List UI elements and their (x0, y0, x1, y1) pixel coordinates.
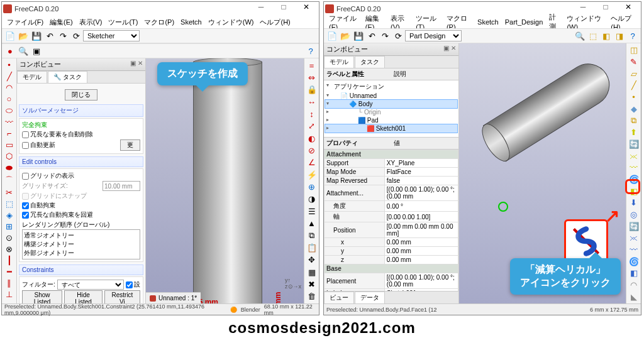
tab-task[interactable]: タスク (355, 56, 385, 68)
delete-const-icon[interactable]: 🗑 (306, 291, 318, 302)
section-icon[interactable]: ▣ (30, 45, 43, 57)
undo-icon[interactable]: ↶ (365, 30, 378, 42)
val-support[interactable]: XY_Plane (384, 159, 458, 168)
stop-icon[interactable]: ● (4, 45, 16, 57)
menu-tool[interactable]: ツール(T) (106, 17, 140, 28)
menu-window[interactable]: ウィンドウ(W) (206, 17, 257, 28)
render-construct[interactable]: 構築ジオメトリー (24, 240, 138, 249)
tree-doc[interactable]: 📄 Unnamed (325, 92, 457, 100)
revolution-icon[interactable]: 🔄 (628, 139, 640, 150)
new-icon[interactable]: 📄 (326, 30, 338, 42)
tab-view-bottom[interactable]: ビュー (324, 292, 354, 303)
tree-body[interactable]: 🔷 Body (325, 100, 457, 108)
open-icon[interactable]: 📂 (17, 30, 30, 42)
dock-controls[interactable]: ▣ ✕ (443, 45, 456, 54)
polygon-icon[interactable]: ⬡ (3, 151, 16, 161)
tree-app[interactable]: アプリケーション (325, 82, 457, 92)
sub-prim-icon[interactable]: ◧ (628, 268, 640, 279)
auto-constraint-checkbox[interactable]: 自動拘束 (22, 201, 140, 210)
cube-icon[interactable]: ◧ (600, 30, 613, 42)
grid-snap-checkbox[interactable]: グリッドにスナップ (22, 192, 140, 200)
internal-icon[interactable]: ⊕ (306, 181, 318, 192)
perp-icon[interactable]: ⊥ (3, 289, 16, 300)
new-icon[interactable]: 📄 (4, 30, 16, 42)
auto-remove-redundant-checkbox[interactable]: 冗長な要素を自動削除 (22, 130, 140, 139)
doc-tab[interactable]: Unnamed : 1* (146, 292, 201, 303)
fillet-icon[interactable]: ⌒ (3, 174, 16, 187)
loft-icon[interactable]: ⩙ (628, 150, 640, 161)
radius-icon[interactable]: ◐ (306, 133, 318, 144)
redo-icon[interactable]: ↷ (379, 30, 391, 42)
shapebinder-icon[interactable]: ◆ (628, 103, 640, 114)
minimize-button[interactable]: ─ (250, 3, 272, 15)
nav-style-icon[interactable]: 🟠 (230, 307, 237, 313)
maximize-button[interactable]: □ (272, 3, 295, 15)
val-attach[interactable]: [(0.00 0.00 1.00); 0.00 °; (0.00 mm (384, 185, 458, 201)
update-button[interactable]: 更 (120, 139, 140, 151)
val-placement[interactable]: [(0.00 0.00 1.00); 0.00 °; (0.00 mm (384, 273, 458, 289)
iso-icon[interactable]: ◨ (613, 30, 626, 42)
save-icon[interactable]: 💾 (30, 30, 43, 42)
trim-icon[interactable]: ✂ (3, 187, 16, 198)
dist-icon[interactable]: ⤢ (306, 121, 318, 132)
menu-sketch[interactable]: Sketch (475, 18, 501, 26)
parallel-icon[interactable]: ∥ (3, 278, 16, 288)
block-icon[interactable]: 🔒 (306, 84, 318, 95)
menu-macro[interactable]: マクロ(P) (142, 17, 177, 28)
point-icon[interactable]: • (3, 60, 16, 70)
undo-icon[interactable]: ↶ (43, 30, 56, 42)
angle-icon[interactable]: ∠ (306, 157, 318, 168)
val-angle[interactable]: 0.00 ° (384, 201, 458, 212)
tree-sketch[interactable]: 🟥 Sketch001 (325, 124, 457, 133)
sub-loft-icon[interactable]: ⩙ (628, 232, 640, 244)
groove-icon[interactable]: 🔄 (628, 221, 640, 232)
menu-view[interactable]: 表示(V) (77, 17, 105, 28)
edit-controls-group[interactable]: Edit controls (19, 156, 143, 167)
datum-line-icon[interactable]: ╱ (628, 80, 640, 91)
pad-icon[interactable]: ⬆ (628, 127, 640, 138)
polyline-icon[interactable]: ⌐ (3, 128, 16, 139)
val-maprev[interactable]: false (384, 177, 458, 185)
help-icon[interactable]: ? (626, 30, 639, 42)
menu-sketch[interactable]: Sketch (178, 18, 204, 26)
nav-style[interactable]: Blender (241, 307, 260, 313)
hole-icon[interactable]: ◎ (628, 209, 640, 221)
help-icon[interactable]: ? (304, 45, 317, 57)
datum-point-icon[interactable]: • (628, 92, 640, 103)
menu-edit[interactable]: 編集(E) (47, 17, 75, 28)
horizontal-icon[interactable]: ━ (3, 266, 16, 277)
tab-data-bottom[interactable]: データ (355, 292, 385, 303)
restrict-button[interactable]: Restrict Vi (104, 290, 140, 303)
menu-file[interactable]: ファイル(F) (4, 17, 46, 28)
clone-icon[interactable]: ⧉ (306, 230, 318, 241)
toggle-icon[interactable]: ◑ (306, 194, 318, 205)
datum-plane-icon[interactable]: ▱ (628, 68, 640, 79)
fillet-icon[interactable]: ◠ (628, 280, 640, 291)
close-button[interactable]: ✕ (295, 3, 318, 15)
tree-origin[interactable]: └ Origin (325, 108, 457, 116)
filter-select[interactable]: すべて (57, 280, 124, 290)
workbench-selector[interactable]: Sketcher (83, 30, 140, 41)
bspline-icon[interactable]: 〰 (3, 117, 16, 128)
auto-update-checkbox[interactable]: 自動更新 (22, 141, 55, 150)
val-y[interactable]: 0.00 mm (384, 247, 458, 256)
pointon-icon[interactable]: ⊗ (3, 244, 16, 254)
redo-icon[interactable]: ↷ (57, 30, 69, 42)
3d-viewport-right[interactable]: ↗ 「減算ヘリカル」 アイコンをクリック (459, 43, 626, 303)
grid-size-input[interactable] (103, 181, 140, 191)
diameter-icon[interactable]: ⊘ (306, 144, 318, 156)
val-mapmode[interactable]: FlatFace (384, 168, 458, 177)
remove-axes-icon[interactable]: ✖ (306, 278, 318, 290)
subtractive-helix-icon[interactable]: 🌀 (628, 256, 640, 267)
view-icon[interactable]: 🔍 (17, 45, 30, 57)
render-normal[interactable]: 通常ジオメトリー (24, 231, 138, 240)
open-icon[interactable]: 📂 (339, 30, 352, 42)
save-icon[interactable]: 💾 (352, 30, 365, 42)
constraints-group[interactable]: Constraints (19, 264, 143, 275)
refresh-icon[interactable]: ⟳ (392, 30, 404, 42)
show-listed-button[interactable]: Show Listed (22, 290, 62, 303)
tab-task[interactable]: 🔧 タスク (48, 71, 87, 83)
symmetric-icon[interactable]: ⇔ (306, 72, 318, 83)
settings-checkbox[interactable]: 設 (126, 280, 140, 289)
close-sketch-button[interactable]: 閉じる (65, 89, 97, 101)
